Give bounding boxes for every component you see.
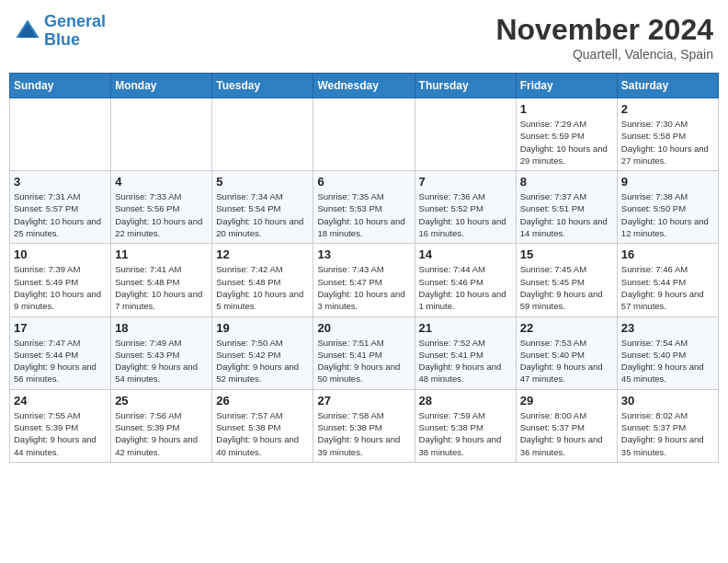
calendar-cell: 5Sunrise: 7:34 AMSunset: 5:54 PMDaylight… <box>212 171 313 244</box>
day-number: 8 <box>520 175 613 189</box>
calendar-cell: 30Sunrise: 8:02 AMSunset: 5:37 PMDayligh… <box>617 389 718 462</box>
day-info: Sunrise: 7:51 AMSunset: 5:41 PMDaylight:… <box>317 337 410 385</box>
calendar-cell: 8Sunrise: 7:37 AMSunset: 5:51 PMDaylight… <box>516 171 617 244</box>
day-number: 6 <box>317 175 410 189</box>
weekday-header: Tuesday <box>212 74 313 98</box>
page-header: General Blue November 2024 Quartell, Val… <box>9 9 719 65</box>
day-info: Sunrise: 7:53 AMSunset: 5:40 PMDaylight:… <box>520 337 613 385</box>
month-title: November 2024 <box>495 13 713 47</box>
calendar-cell: 20Sunrise: 7:51 AMSunset: 5:41 PMDayligh… <box>313 316 415 389</box>
day-number: 7 <box>419 175 512 189</box>
day-info: Sunrise: 7:39 AMSunset: 5:49 PMDaylight:… <box>14 263 107 312</box>
calendar-cell: 16Sunrise: 7:46 AMSunset: 5:44 PMDayligh… <box>617 244 718 316</box>
logo-line2: Blue <box>44 31 106 50</box>
calendar-cell: 11Sunrise: 7:41 AMSunset: 5:48 PMDayligh… <box>111 244 212 316</box>
day-number: 22 <box>520 321 613 335</box>
day-number: 29 <box>520 394 613 408</box>
day-number: 10 <box>14 247 107 261</box>
day-number: 19 <box>216 321 309 335</box>
day-info: Sunrise: 7:50 AMSunset: 5:42 PMDaylight:… <box>216 337 309 385</box>
day-info: Sunrise: 7:55 AMSunset: 5:39 PMDaylight:… <box>14 409 107 458</box>
logo: General Blue <box>15 13 106 50</box>
day-info: Sunrise: 7:35 AMSunset: 5:53 PMDaylight:… <box>317 190 410 239</box>
day-number: 26 <box>216 394 309 408</box>
logo-line1: General <box>44 12 106 30</box>
calendar-cell: 18Sunrise: 7:49 AMSunset: 5:43 PMDayligh… <box>111 316 212 389</box>
day-number: 9 <box>621 175 714 189</box>
day-number: 20 <box>317 321 410 335</box>
calendar-cell: 9Sunrise: 7:38 AMSunset: 5:50 PMDaylight… <box>617 171 718 244</box>
calendar-week-row: 1Sunrise: 7:29 AMSunset: 5:59 PMDaylight… <box>10 98 719 171</box>
day-info: Sunrise: 7:57 AMSunset: 5:38 PMDaylight:… <box>216 409 309 458</box>
title-section: November 2024 Quartell, Valencia, Spain <box>495 13 713 62</box>
day-info: Sunrise: 7:58 AMSunset: 5:38 PMDaylight:… <box>317 409 410 458</box>
calendar-cell: 10Sunrise: 7:39 AMSunset: 5:49 PMDayligh… <box>10 244 111 316</box>
day-number: 11 <box>115 247 208 261</box>
calendar-body: 1Sunrise: 7:29 AMSunset: 5:59 PMDaylight… <box>10 98 719 463</box>
day-info: Sunrise: 8:00 AMSunset: 5:37 PMDaylight:… <box>520 409 613 458</box>
location-subtitle: Quartell, Valencia, Spain <box>495 47 713 62</box>
calendar-week-row: 17Sunrise: 7:47 AMSunset: 5:44 PMDayligh… <box>10 316 719 389</box>
logo-text: General Blue <box>44 13 106 50</box>
calendar-cell: 24Sunrise: 7:55 AMSunset: 5:39 PMDayligh… <box>10 389 111 462</box>
weekday-header: Thursday <box>415 74 516 98</box>
day-number: 16 <box>621 247 714 261</box>
calendar-cell <box>313 98 415 171</box>
calendar-cell: 23Sunrise: 7:54 AMSunset: 5:40 PMDayligh… <box>617 316 718 389</box>
calendar-cell: 22Sunrise: 7:53 AMSunset: 5:40 PMDayligh… <box>516 316 617 389</box>
day-info: Sunrise: 7:33 AMSunset: 5:56 PMDaylight:… <box>115 190 208 239</box>
day-info: Sunrise: 7:47 AMSunset: 5:44 PMDaylight:… <box>14 337 107 385</box>
day-info: Sunrise: 8:02 AMSunset: 5:37 PMDaylight:… <box>621 409 714 458</box>
calendar-cell: 2Sunrise: 7:30 AMSunset: 5:58 PMDaylight… <box>617 98 718 171</box>
day-number: 3 <box>14 175 107 189</box>
day-info: Sunrise: 7:49 AMSunset: 5:43 PMDaylight:… <box>115 337 208 385</box>
day-info: Sunrise: 7:36 AMSunset: 5:52 PMDaylight:… <box>419 190 512 239</box>
calendar-week-row: 10Sunrise: 7:39 AMSunset: 5:49 PMDayligh… <box>10 244 719 316</box>
day-info: Sunrise: 7:45 AMSunset: 5:45 PMDaylight:… <box>520 263 613 312</box>
logo-icon <box>15 18 40 44</box>
calendar-cell: 12Sunrise: 7:42 AMSunset: 5:48 PMDayligh… <box>212 244 313 316</box>
calendar-cell: 25Sunrise: 7:56 AMSunset: 5:39 PMDayligh… <box>111 389 212 462</box>
day-number: 23 <box>621 321 714 335</box>
calendar-cell <box>415 98 516 171</box>
day-number: 4 <box>115 175 208 189</box>
day-info: Sunrise: 7:43 AMSunset: 5:47 PMDaylight:… <box>317 263 410 312</box>
day-info: Sunrise: 7:34 AMSunset: 5:54 PMDaylight:… <box>216 190 309 239</box>
day-number: 15 <box>520 247 613 261</box>
calendar-cell: 13Sunrise: 7:43 AMSunset: 5:47 PMDayligh… <box>313 244 415 316</box>
day-info: Sunrise: 7:46 AMSunset: 5:44 PMDaylight:… <box>621 263 714 312</box>
calendar-cell <box>10 98 111 171</box>
calendar-cell: 14Sunrise: 7:44 AMSunset: 5:46 PMDayligh… <box>415 244 516 316</box>
weekday-header: Sunday <box>10 74 111 98</box>
day-info: Sunrise: 7:31 AMSunset: 5:57 PMDaylight:… <box>14 190 107 239</box>
day-info: Sunrise: 7:38 AMSunset: 5:50 PMDaylight:… <box>621 190 714 239</box>
day-number: 5 <box>216 175 309 189</box>
day-number: 2 <box>621 102 714 116</box>
calendar-cell: 15Sunrise: 7:45 AMSunset: 5:45 PMDayligh… <box>516 244 617 316</box>
weekday-header-row: SundayMondayTuesdayWednesdayThursdayFrid… <box>10 74 719 98</box>
calendar-cell: 27Sunrise: 7:58 AMSunset: 5:38 PMDayligh… <box>313 389 415 462</box>
calendar-cell: 26Sunrise: 7:57 AMSunset: 5:38 PMDayligh… <box>212 389 313 462</box>
day-info: Sunrise: 7:56 AMSunset: 5:39 PMDaylight:… <box>115 409 208 458</box>
day-number: 28 <box>419 394 512 408</box>
calendar-cell: 3Sunrise: 7:31 AMSunset: 5:57 PMDaylight… <box>10 171 111 244</box>
calendar-cell <box>111 98 212 171</box>
calendar-cell: 7Sunrise: 7:36 AMSunset: 5:52 PMDaylight… <box>415 171 516 244</box>
calendar-cell <box>212 98 313 171</box>
weekday-header: Saturday <box>617 74 718 98</box>
day-info: Sunrise: 7:37 AMSunset: 5:51 PMDaylight:… <box>520 190 613 239</box>
day-number: 18 <box>115 321 208 335</box>
day-number: 21 <box>419 321 512 335</box>
day-info: Sunrise: 7:42 AMSunset: 5:48 PMDaylight:… <box>216 263 309 312</box>
calendar-week-row: 24Sunrise: 7:55 AMSunset: 5:39 PMDayligh… <box>10 389 719 462</box>
day-number: 1 <box>520 102 613 116</box>
day-number: 17 <box>14 321 107 335</box>
calendar-cell: 17Sunrise: 7:47 AMSunset: 5:44 PMDayligh… <box>10 316 111 389</box>
day-number: 13 <box>317 247 410 261</box>
calendar-table: SundayMondayTuesdayWednesdayThursdayFrid… <box>9 73 719 463</box>
day-info: Sunrise: 7:52 AMSunset: 5:41 PMDaylight:… <box>419 337 512 385</box>
calendar-cell: 6Sunrise: 7:35 AMSunset: 5:53 PMDaylight… <box>313 171 415 244</box>
day-number: 24 <box>14 394 107 408</box>
calendar-week-row: 3Sunrise: 7:31 AMSunset: 5:57 PMDaylight… <box>10 171 719 244</box>
calendar-cell: 4Sunrise: 7:33 AMSunset: 5:56 PMDaylight… <box>111 171 212 244</box>
